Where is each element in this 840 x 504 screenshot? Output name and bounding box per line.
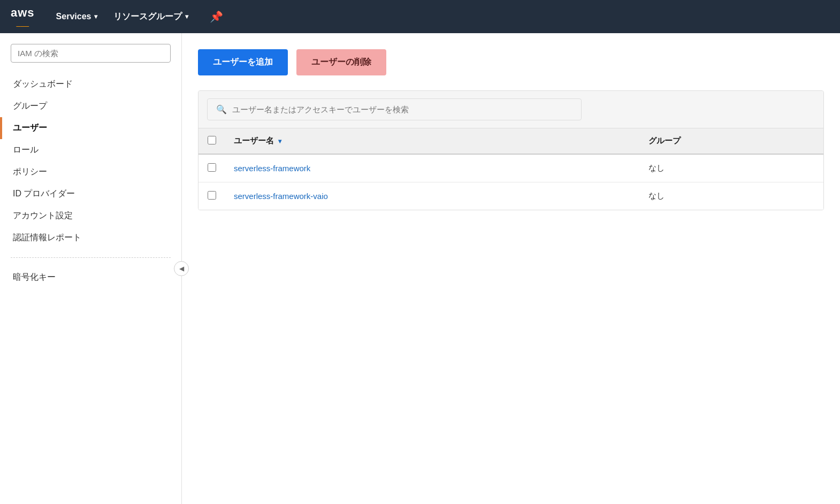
row1-groups-cell: なし xyxy=(640,154,823,182)
row1-checkbox[interactable] xyxy=(208,163,216,172)
nav-resource-group[interactable]: リソースグループ ▾ xyxy=(113,11,188,22)
table-search-row: 🔍 xyxy=(198,91,823,128)
search-icon: 🔍 xyxy=(216,104,227,114)
sidebar-item-policies[interactable]: ポリシー xyxy=(0,161,181,183)
header-username: ユーザー名 ▾ xyxy=(225,128,640,154)
resource-group-chevron-icon: ▾ xyxy=(185,13,188,20)
top-nav: aws ___ Services ▾ リソースグループ ▾ 📌 xyxy=(0,0,840,33)
row1-checkbox-cell xyxy=(198,154,225,182)
header-checkbox-cell xyxy=(198,128,225,154)
row2-checkbox[interactable] xyxy=(208,191,216,200)
nav-services[interactable]: Services ▾ xyxy=(56,12,98,21)
pin-icon[interactable]: 📌 xyxy=(210,10,223,23)
aws-logo: aws ___ xyxy=(11,7,35,26)
sidebar-collapse-button[interactable]: ◀ xyxy=(174,261,189,276)
search-container: 🔍 xyxy=(207,98,582,120)
sidebar-item-encryption-keys[interactable]: 暗号化キー xyxy=(0,266,181,288)
row2-username-cell: serverless-framework-vaio xyxy=(225,182,640,210)
delete-user-button[interactable]: ユーザーの削除 xyxy=(296,49,386,75)
table-header: ユーザー名 ▾ グループ xyxy=(198,128,823,154)
sidebar-item-id-providers[interactable]: ID プロバイダー xyxy=(0,183,181,205)
sidebar-item-users[interactable]: ユーザー xyxy=(0,117,181,139)
table-body: serverless-framework なし serverless-frame… xyxy=(198,154,823,210)
row2-checkbox-cell xyxy=(198,182,225,210)
username-sort-icon[interactable]: ▾ xyxy=(278,138,281,145)
add-user-button[interactable]: ユーザーを追加 xyxy=(198,49,288,75)
sidebar-item-account-settings[interactable]: アカウント設定 xyxy=(0,205,181,227)
select-all-checkbox[interactable] xyxy=(208,136,216,144)
sidebar-search-container xyxy=(11,44,171,63)
aws-logo-smile: ___ xyxy=(17,19,29,26)
sidebar-item-roles[interactable]: ロール xyxy=(0,139,181,161)
sidebar-divider xyxy=(11,257,171,258)
table-row: serverless-framework-vaio なし xyxy=(198,182,823,210)
aws-logo-text: aws xyxy=(11,7,35,19)
users-table: ユーザー名 ▾ グループ serverless-f xyxy=(198,128,823,210)
users-table-wrapper: 🔍 ユーザー名 ▾ グループ xyxy=(198,90,824,210)
table-header-row: ユーザー名 ▾ グループ xyxy=(198,128,823,154)
collapse-icon: ◀ xyxy=(179,265,184,272)
main-content: ユーザーを追加 ユーザーの削除 🔍 xyxy=(182,33,840,504)
row2-username-link[interactable]: serverless-framework-vaio xyxy=(234,192,328,201)
sidebar-item-groups[interactable]: グループ xyxy=(0,95,181,117)
row1-username-link[interactable]: serverless-framework xyxy=(234,164,310,173)
services-chevron-icon: ▾ xyxy=(94,13,97,20)
sidebar-nav: ダッシュボード グループ ユーザー ロール ポリシー ID プロバイダー アカウ… xyxy=(0,73,181,249)
user-search-input[interactable] xyxy=(232,105,572,114)
sidebar-search-input[interactable] xyxy=(11,44,171,63)
table-row: serverless-framework なし xyxy=(198,154,823,182)
sidebar-item-credential-report[interactable]: 認証情報レポート xyxy=(0,227,181,249)
sidebar-nav-bottom: 暗号化キー xyxy=(0,266,181,288)
sidebar: ダッシュボード グループ ユーザー ロール ポリシー ID プロバイダー アカウ… xyxy=(0,33,182,504)
main-layout: ダッシュボード グループ ユーザー ロール ポリシー ID プロバイダー アカウ… xyxy=(0,33,840,504)
row1-username-cell: serverless-framework xyxy=(225,154,640,182)
sidebar-item-dashboard[interactable]: ダッシュボード xyxy=(0,73,181,95)
toolbar: ユーザーを追加 ユーザーの削除 xyxy=(198,49,824,75)
row2-groups-cell: なし xyxy=(640,182,823,210)
header-groups: グループ xyxy=(640,128,823,154)
